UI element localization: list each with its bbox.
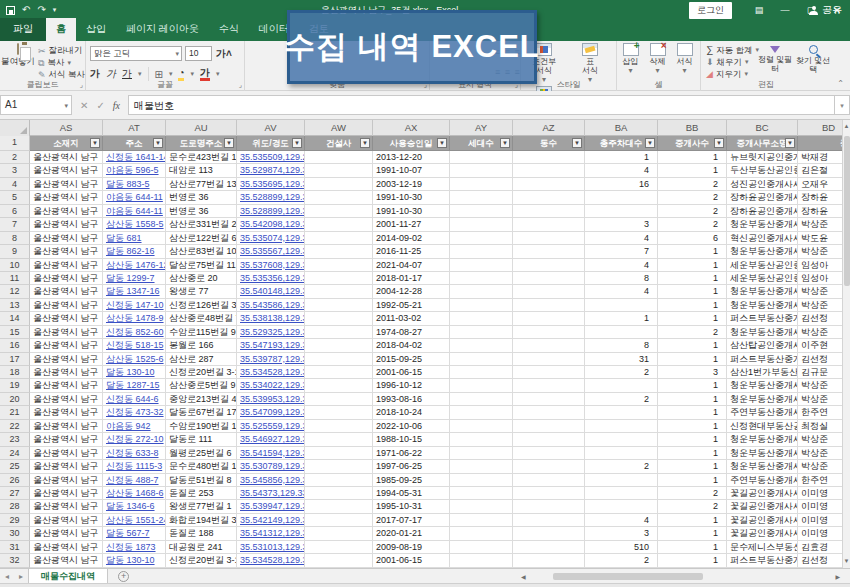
cell-AW21[interactable] — [305, 406, 373, 419]
cell-AZ31[interactable] — [513, 541, 585, 554]
cell-AS11[interactable]: 울산광역시 남구 — [30, 272, 103, 285]
cell-AZ19[interactable] — [513, 379, 585, 392]
cell-AY14[interactable] — [450, 312, 513, 325]
cell-BC6[interactable]: 장하윤공인중개사사 — [727, 205, 798, 218]
cell-BA30[interactable]: 3 — [585, 527, 658, 540]
row-header-17[interactable]: 17 — [0, 353, 30, 366]
cell-BB26[interactable]: 1 — [658, 474, 727, 487]
cell-BB2[interactable]: 1 — [658, 151, 727, 164]
cell-AT20[interactable]: 신정동 644-6 — [103, 393, 166, 406]
cell-AW3[interactable] — [305, 164, 373, 177]
cell-AS16[interactable]: 울산광역시 남구 — [30, 339, 103, 352]
cell-BB30[interactable]: 1 — [658, 527, 727, 540]
share-button[interactable]: 공유 — [809, 3, 842, 17]
cell-BA3[interactable]: 4 — [585, 164, 658, 177]
cell-AU10[interactable]: 달삼로75번길 11 — [166, 259, 237, 272]
cell-BB14[interactable]: 1 — [658, 312, 727, 325]
undo-icon[interactable]: ↶ — [22, 5, 30, 15]
cell-AU4[interactable]: 삼산로77번길 13 — [166, 178, 237, 191]
cell-AT29[interactable]: 삼산동 1551-24 — [103, 514, 166, 527]
ribbon-tab-홈[interactable]: 홈 — [46, 18, 76, 41]
cell-BA23[interactable] — [585, 433, 658, 446]
cell-AT2[interactable]: 신정동 1641-14 — [103, 151, 166, 164]
cell-BA32[interactable]: 2 — [585, 554, 658, 567]
cell-AX30[interactable]: 2020-01-21 — [373, 527, 450, 540]
cell-AV11[interactable]: 35.535356,129.336 — [237, 272, 305, 285]
cell-BB28[interactable]: 2 — [658, 500, 727, 513]
cell-AV31[interactable]: 35.531013,129.307 — [237, 541, 305, 554]
fill-button[interactable]: ⬇채우기▾ — [706, 56, 759, 68]
cell-AU22[interactable]: 수암로190번길 17 — [166, 420, 237, 433]
cell-BA22[interactable] — [585, 420, 658, 433]
cell-AU6[interactable]: 번영로 36 — [166, 205, 237, 218]
cell-AZ11[interactable] — [513, 272, 585, 285]
cell-AU27[interactable]: 돋질로 253 — [166, 487, 237, 500]
cell-AY28[interactable] — [450, 500, 513, 513]
cell-BC21[interactable]: 주연부동산중개사무 — [727, 406, 798, 419]
cell-AT4[interactable]: 달동 883-5 — [103, 178, 166, 191]
cell-AW28[interactable] — [305, 500, 373, 513]
cell-AU15[interactable]: 수암로115번길 9 — [166, 326, 237, 339]
row-header-29[interactable]: 29 — [0, 514, 30, 527]
cell-AZ3[interactable] — [513, 164, 585, 177]
cell-AT19[interactable]: 달동 1287-15 — [103, 379, 166, 392]
cell-AX26[interactable]: 1985-09-25 — [373, 474, 450, 487]
cell-AX28[interactable]: 1995-10-31 — [373, 500, 450, 513]
cell-AW10[interactable] — [305, 259, 373, 272]
row-header-19[interactable]: 19 — [0, 379, 30, 392]
cell-AV6[interactable]: 35.528899,129.330 — [237, 205, 305, 218]
cell-AV13[interactable]: 35.543586,129.322 — [237, 299, 305, 312]
cell-AZ18[interactable] — [513, 366, 585, 379]
cell-BC9[interactable]: 청운부동산중개사무 — [727, 245, 798, 258]
cell-BC28[interactable]: 꽃길공인중개사사무 — [727, 500, 798, 513]
row-header-21[interactable]: 21 — [0, 406, 30, 419]
cell-AY7[interactable] — [450, 218, 513, 231]
grow-shrink-font[interactable]: 가˄ — [216, 47, 232, 61]
filter-dropdown-icon[interactable]: ▼ — [360, 138, 370, 148]
hscroll-thumb[interactable] — [553, 573, 703, 580]
cell-BA15[interactable] — [585, 326, 658, 339]
column-header-AU[interactable]: AU — [166, 120, 237, 136]
row-header-27[interactable]: 27 — [0, 487, 30, 500]
cell-BB31[interactable]: 1 — [658, 541, 727, 554]
cell-AS32[interactable]: 울산광역시 남구 — [30, 554, 103, 567]
cell-AT28[interactable]: 달동 1346-6 — [103, 500, 166, 513]
cell-BB19[interactable]: 1 — [658, 379, 727, 392]
cell-AV21[interactable]: 35.547099,129.313 — [237, 406, 305, 419]
formula-input[interactable]: 매물번호 — [128, 95, 834, 115]
cell-AZ9[interactable] — [513, 245, 585, 258]
cell-AV23[interactable]: 35.546927,129.318 — [237, 433, 305, 446]
cell-AT17[interactable]: 삼산동 1525-6 — [103, 353, 166, 366]
cell-BA8[interactable]: 4 — [585, 232, 658, 245]
login-button[interactable]: 로그인 — [689, 2, 732, 19]
cell-AW15[interactable] — [305, 326, 373, 339]
select-all-corner[interactable] — [0, 120, 30, 136]
filter-dropdown-icon[interactable]: ▼ — [785, 138, 795, 148]
qat-customize-icon[interactable]: ▾ — [53, 5, 57, 15]
cell-AW27[interactable] — [305, 487, 373, 500]
row-header-23[interactable]: 23 — [0, 433, 30, 446]
table-header-date[interactable]: 사용승인일▼ — [373, 136, 450, 151]
cell-AX7[interactable]: 2001-11-27 — [373, 218, 450, 231]
cell-BB8[interactable]: 6 — [658, 232, 727, 245]
cell-AZ5[interactable] — [513, 191, 585, 204]
cell-AU23[interactable]: 달동로 111 — [166, 433, 237, 446]
cell-BC22[interactable]: 신정현대부동산공인 — [727, 420, 798, 433]
row-header-32[interactable]: 32 — [0, 554, 30, 567]
paste-button[interactable]: 붙여넣기 — [1, 44, 35, 68]
cell-AY30[interactable] — [450, 527, 513, 540]
cell-AW24[interactable] — [305, 447, 373, 460]
autosum-button[interactable]: ∑자동 합계▾ — [706, 44, 759, 56]
cell-AS15[interactable]: 울산광역시 남구 — [30, 326, 103, 339]
cell-AZ23[interactable] — [513, 433, 585, 446]
cell-AY15[interactable] — [450, 326, 513, 339]
cell-AX11[interactable]: 2018-01-17 — [373, 272, 450, 285]
cancel-icon[interactable]: ✕ — [80, 100, 88, 111]
cell-AV18[interactable]: 35.534528,129.322 — [237, 366, 305, 379]
cell-BB7[interactable]: 2 — [658, 218, 727, 231]
expand-formula-bar-icon[interactable]: ▾ — [834, 95, 850, 115]
cell-AZ10[interactable] — [513, 259, 585, 272]
cell-AS24[interactable]: 울산광역시 남구 — [30, 447, 103, 460]
cell-AW13[interactable] — [305, 299, 373, 312]
cell-AV9[interactable]: 35.535567,129.316 — [237, 245, 305, 258]
